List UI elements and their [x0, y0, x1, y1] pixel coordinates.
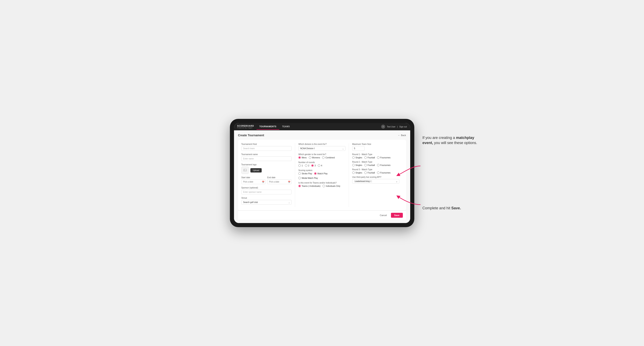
arrow-bottom-right	[396, 192, 422, 207]
round2-singles-radio[interactable]	[352, 164, 355, 166]
round-4-radio[interactable]	[318, 164, 320, 167]
division-group: Which division is the event for? NCAA Di…	[298, 143, 346, 151]
logo-upload-area: Upload	[241, 167, 292, 174]
round-2[interactable]: 2	[305, 164, 310, 167]
round2-foursomes-label: Foursomes	[380, 164, 390, 166]
round-1-label: 1	[302, 165, 303, 167]
round2-foursomes[interactable]: Foursomes	[377, 164, 390, 166]
round-3[interactable]: 3	[311, 164, 316, 167]
tournament-host-group: Tournament Host	[241, 143, 292, 151]
app-logo: SCOREBOARD Powered by clippit	[237, 125, 254, 129]
form-col-3: Maximum Team Size Round 1 - Match Type S…	[349, 143, 403, 207]
back-link[interactable]: ← Back	[398, 134, 406, 137]
nav-bar: SCOREBOARD Powered by clippit TOURNAMENT…	[234, 123, 410, 130]
end-date-label: End date	[267, 176, 292, 179]
gender-womens[interactable]: Womens	[309, 156, 320, 159]
round-4-label: 4	[321, 165, 322, 167]
calendar-icon: 📅	[262, 181, 264, 183]
nav-divider: |	[397, 126, 398, 128]
sponsor-group: Sponsor (optional)	[241, 187, 292, 194]
round3-foursomes-radio[interactable]	[377, 172, 380, 174]
round-2-radio[interactable]	[305, 164, 307, 167]
round1-fourball[interactable]: Fourball	[364, 156, 375, 159]
teams-option-radio[interactable]	[298, 185, 301, 187]
upload-button[interactable]: Upload	[250, 168, 262, 173]
nav-right: T Test User | Sign out	[381, 125, 407, 129]
gender-combined[interactable]: Combined	[322, 156, 335, 159]
round2-fourball-radio[interactable]	[364, 164, 367, 166]
individuals-option-label: Individuals Only	[326, 185, 340, 187]
sign-out-link[interactable]: Sign out	[399, 126, 407, 128]
tournament-name-input[interactable]	[241, 156, 292, 161]
round3-fourball-radio[interactable]	[364, 172, 367, 174]
rounds-label: Number of rounds	[298, 161, 346, 164]
tournament-host-input[interactable]	[241, 146, 292, 151]
round1-foursomes-radio[interactable]	[377, 156, 380, 159]
round2-singles[interactable]: Singles	[352, 164, 362, 166]
round2-fourball[interactable]: Fourball	[364, 164, 375, 166]
api-select-wrapper[interactable]: Leaderboard King × ⌄	[352, 179, 400, 183]
round3-singles[interactable]: Singles	[352, 172, 362, 174]
max-team-size-group: Maximum Team Size	[352, 143, 400, 151]
round1-singles[interactable]: Singles	[352, 156, 362, 159]
round3-singles-radio[interactable]	[352, 172, 355, 174]
tab-teams[interactable]: TEAMS	[279, 124, 293, 130]
scoring-medal[interactable]: Medal Match Play	[298, 177, 318, 179]
scoring-stroke-radio[interactable]	[298, 172, 301, 175]
division-select[interactable]: NCAA Division I	[298, 146, 346, 151]
round-3-radio[interactable]	[311, 164, 314, 167]
max-team-size-label: Maximum Team Size	[352, 143, 400, 145]
teams-option[interactable]: Teams (+Individuals)	[298, 185, 320, 187]
save-button[interactable]: Save	[391, 213, 403, 218]
individuals-option[interactable]: Individuals Only	[322, 185, 340, 187]
gender-label: Which gender is the event for?	[298, 153, 346, 156]
scoring-medal-radio[interactable]	[298, 177, 301, 179]
venue-select[interactable]: Search golf club	[241, 200, 292, 205]
gender-mens-radio[interactable]	[298, 156, 301, 159]
nav-tabs: TOURNAMENTS TEAMS	[256, 124, 379, 130]
round3-radio-group: Singles Fourball Foursomes	[352, 172, 400, 174]
scoring-group: Scoring system Stroke Play Match Play	[298, 169, 346, 179]
round-2-label: 2	[308, 165, 310, 167]
scoring-stroke[interactable]: Stroke Play	[298, 172, 312, 175]
venue-label: Venue	[241, 197, 292, 199]
tab-tournaments[interactable]: TOURNAMENTS	[256, 124, 279, 130]
form-container: Tournament Host Tournament name Tourname…	[238, 140, 406, 210]
round3-fourball[interactable]: Fourball	[364, 172, 375, 174]
scoring-match[interactable]: Match Play	[314, 172, 328, 175]
round-1-radio[interactable]	[298, 164, 301, 167]
arrow-top-right	[396, 164, 422, 178]
round-1[interactable]: 1	[298, 164, 303, 167]
date-row: Start date 📅 End date 📅	[241, 176, 292, 184]
round3-singles-label: Singles	[356, 172, 362, 174]
individuals-option-radio[interactable]	[322, 185, 325, 187]
api-label: Use third-party live scoring API?	[352, 176, 400, 178]
round2-match-label: Round 2 - Match Type	[352, 161, 400, 163]
gender-womens-radio[interactable]	[309, 156, 311, 159]
round1-foursomes[interactable]: Foursomes	[377, 156, 390, 159]
scoring-match-radio[interactable]	[314, 172, 316, 175]
round2-foursomes-radio[interactable]	[377, 164, 380, 166]
round3-foursomes[interactable]: Foursomes	[377, 172, 390, 174]
round3-fourball-label: Fourball	[368, 172, 375, 174]
round3-match-label: Round 3 - Match Type	[352, 169, 400, 171]
gender-group: Which gender is the event for? Mens Wome…	[298, 153, 346, 159]
page-header: Create Tournament ← Back	[238, 134, 406, 137]
sponsor-label: Sponsor (optional)	[241, 187, 292, 189]
start-date-group: Start date 📅	[241, 176, 266, 184]
round-4[interactable]: 4	[318, 164, 322, 167]
cancel-button[interactable]: Cancel	[378, 213, 389, 218]
api-remove-icon[interactable]: ×	[370, 180, 371, 182]
gender-radio-group: Mens Womens Combined	[298, 156, 346, 159]
sponsor-input[interactable]	[241, 190, 292, 194]
gender-mens[interactable]: Mens	[298, 156, 306, 159]
gender-combined-label: Combined	[326, 157, 335, 159]
gender-combined-radio[interactable]	[322, 156, 324, 159]
round1-singles-radio[interactable]	[352, 156, 355, 159]
main-content: Create Tournament ← Back Tournament Host…	[234, 130, 410, 223]
round2-fourball-label: Fourball	[368, 164, 375, 166]
annotation-save: Complete and hit Save.	[422, 206, 480, 211]
venue-group: Venue Search golf club	[241, 197, 292, 205]
round1-fourball-radio[interactable]	[364, 156, 367, 159]
max-team-size-input[interactable]	[352, 146, 364, 151]
